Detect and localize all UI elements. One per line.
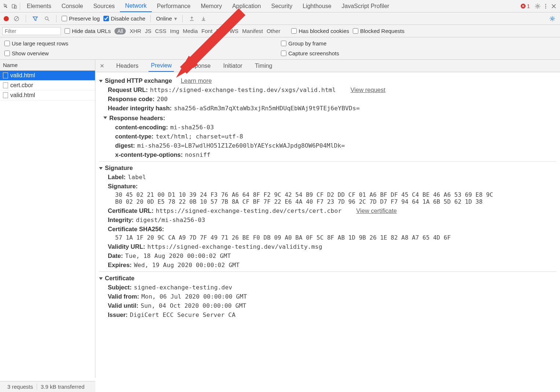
capture-screenshots-checkbox[interactable]: Capture screenshots	[281, 50, 339, 56]
resp-header-value: mi-sha256-03=LB7wdlHO51Z1Ze600lbYAEYsckW…	[137, 142, 345, 149]
collapse-triangle-icon[interactable]	[99, 80, 103, 82]
show-overview-label: Show overview	[12, 50, 49, 56]
request-row[interactable]: valid.html	[0, 90, 95, 100]
main-tab-performance[interactable]: Performance	[152, 0, 196, 12]
resp-header-key: content-encoding:	[115, 124, 168, 130]
svg-rect-0	[12, 4, 15, 8]
search-icon[interactable]	[43, 15, 51, 23]
filter-toggle-icon[interactable]	[31, 15, 39, 23]
inspect-icon[interactable]	[2, 2, 10, 10]
hide-data-urls-checkbox[interactable]: Hide data URLs	[65, 28, 111, 34]
has-blocked-label: Has blocked cookies	[299, 28, 349, 34]
error-count-badge[interactable]: 1	[520, 3, 530, 9]
type-filter-img[interactable]: Img	[170, 28, 179, 34]
request-list-header[interactable]: Name	[0, 60, 95, 71]
cert-subject-key: Subject:	[108, 284, 132, 291]
network-filter-bar: Hide data URLs All XHRJSCSSImgMediaFontD…	[0, 25, 560, 37]
integrity-key: Integrity:	[108, 217, 134, 223]
sub-tab-initiator[interactable]: Initiator	[221, 60, 244, 72]
cert-until-value: Sun, 04 Oct 2020 00:00:00 GMT	[140, 302, 246, 309]
upload-icon[interactable]	[188, 15, 196, 23]
header-integrity-value: sha256-aSdRm3m7qXtaWb3xjRn5mHDUqEbWAj9t9…	[174, 105, 360, 112]
close-detail-icon[interactable]: ✕	[98, 63, 106, 69]
cert-from-value: Mon, 06 Jul 2020 00:00:00 GMT	[141, 293, 247, 300]
validity-url-value: https://signed-exchange-testing.dev/vali…	[147, 243, 322, 250]
main-tab-console[interactable]: Console	[56, 0, 88, 12]
detail-sub-tabs: ✕ HeadersPreviewResponseInitiatorTiming	[95, 60, 560, 72]
file-icon	[3, 73, 8, 78]
type-filter-js[interactable]: JS	[145, 28, 151, 34]
type-filter-other[interactable]: Other	[267, 28, 281, 34]
sig-sig-value: 30 45 02 21 00 D1 10 39 24 F3 76 A6 64 8…	[115, 191, 556, 205]
main-tab-sources[interactable]: Sources	[88, 0, 120, 12]
type-filter-ws[interactable]: WS	[230, 28, 238, 34]
throttle-select[interactable]: Online ▾	[156, 15, 177, 22]
main-tab-memory[interactable]: Memory	[195, 0, 227, 12]
type-filter-xhr[interactable]: XHR	[129, 28, 141, 34]
view-certificate-link[interactable]: View certificate	[356, 207, 397, 214]
download-icon[interactable]	[200, 15, 208, 23]
header-integrity-key: Header integrity hash:	[108, 105, 172, 111]
type-filter-font[interactable]: Font	[201, 28, 212, 34]
disable-cache-label: Disable cache	[111, 15, 145, 22]
cert-url-value: https://signed-exchange-testing.dev/cert…	[156, 207, 342, 214]
collapse-triangle-icon[interactable]	[103, 117, 107, 119]
cert-sha-value: 57 1A 1F 20 9C CA A9 7D 7F 49 71 26 BE F…	[115, 234, 556, 241]
blocked-requests-checkbox[interactable]: Blocked Requests	[353, 28, 405, 34]
main-tab-application[interactable]: Application	[227, 0, 266, 12]
transferred-size: 3.9 kB transferred	[37, 384, 88, 390]
main-tab-lighthouse[interactable]: Lighthouse	[297, 0, 336, 12]
request-row[interactable]: valid.html	[0, 71, 95, 81]
large-rows-checkbox[interactable]: Use large request rows	[4, 40, 68, 47]
type-filter-media[interactable]: Media	[183, 28, 198, 34]
main-tab-security[interactable]: Security	[266, 0, 297, 12]
svg-point-5	[545, 5, 546, 7]
group-by-frame-checkbox[interactable]: Group by frame	[281, 40, 339, 47]
type-filter-manifest[interactable]: Manifest	[242, 28, 263, 34]
filter-input[interactable]	[2, 27, 61, 35]
request-url-value: https://signed-exchange-testing.dev/sxgs…	[150, 86, 336, 93]
request-url-key: Request URL:	[108, 86, 148, 93]
sub-tab-preview[interactable]: Preview	[149, 60, 174, 72]
svg-point-3	[537, 5, 539, 7]
sig-sig-key: Signature:	[108, 183, 138, 189]
main-tab-elements[interactable]: Elements	[22, 0, 56, 12]
sub-tab-headers[interactable]: Headers	[114, 60, 140, 72]
svg-point-6	[545, 7, 546, 8]
learn-more-link[interactable]: Learn more	[181, 77, 212, 84]
network-settings-gear-icon[interactable]	[548, 15, 556, 23]
disable-cache-checkbox[interactable]: Disable cache	[103, 15, 145, 22]
request-detail-panel: ✕ HeadersPreviewResponseInitiatorTiming …	[95, 60, 560, 378]
settings-gear-icon[interactable]	[534, 2, 542, 10]
kebab-menu-icon[interactable]	[542, 2, 550, 10]
collapse-triangle-icon[interactable]	[99, 167, 103, 170]
integrity-value: digest/mi-sha256-03	[136, 217, 205, 223]
has-blocked-cookies-checkbox[interactable]: Has blocked cookies	[291, 28, 349, 34]
sig-date-key: Date:	[108, 252, 123, 259]
sig-expires-value: Wed, 19 Aug 2020 00:00:02 GMT	[134, 262, 239, 269]
main-tab-javascript-profiler[interactable]: JavaScript Profiler	[337, 0, 395, 12]
response-code-value: 200	[157, 96, 168, 103]
clear-icon[interactable]	[12, 15, 21, 23]
type-filter-doc[interactable]: Doc	[216, 28, 226, 34]
svg-point-9	[552, 18, 553, 19]
type-filter-css[interactable]: CSS	[155, 28, 166, 34]
request-row[interactable]: cert.cbor	[0, 81, 95, 90]
device-toggle-icon[interactable]	[10, 2, 18, 10]
view-request-link[interactable]: View request	[351, 86, 385, 93]
main-tab-network[interactable]: Network	[120, 0, 152, 12]
show-overview-checkbox[interactable]: Show overview	[4, 50, 68, 56]
collapse-triangle-icon[interactable]	[99, 277, 103, 280]
error-count: 1	[527, 3, 530, 9]
resp-header-key: digest:	[115, 142, 135, 149]
resp-header-key: content-type:	[115, 133, 154, 140]
sig-date-value: Tue, 18 Aug 2020 00:00:02 GMT	[125, 252, 231, 259]
preserve-log-checkbox[interactable]: Preserve log	[62, 15, 100, 22]
close-devtools-icon[interactable]	[550, 2, 558, 10]
sub-tab-response[interactable]: Response	[182, 60, 213, 72]
type-filter-all[interactable]: All	[114, 28, 126, 34]
large-rows-label: Use large request rows	[12, 40, 68, 47]
sxg-section: Signed HTTP exchange Learn more Request …	[99, 74, 556, 162]
record-button[interactable]	[4, 16, 9, 21]
sub-tab-timing[interactable]: Timing	[253, 60, 274, 72]
